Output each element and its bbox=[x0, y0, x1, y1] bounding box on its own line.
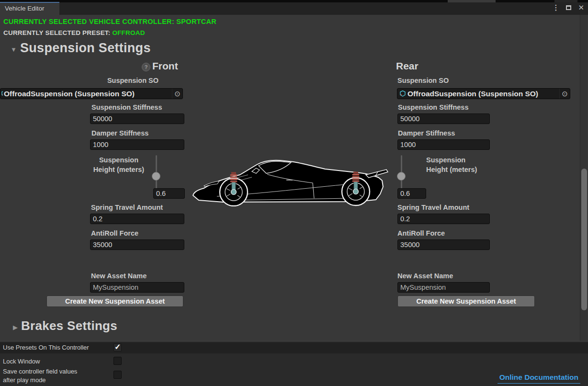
front-height-label: Suspension Height (meters) bbox=[80, 155, 157, 174]
front-suspension-so-field[interactable]: OffroadSuspension (Suspension SO) ⊙ bbox=[0, 88, 183, 99]
vertical-scrollbar[interactable] bbox=[580, 15, 588, 341]
rear-stiffness-input[interactable] bbox=[397, 114, 490, 124]
front-height-slider-handle[interactable] bbox=[152, 172, 160, 181]
front-asset-name-input[interactable] bbox=[90, 282, 184, 293]
front-suspension-so-label: Suspension SO bbox=[81, 77, 184, 84]
rear-height-input[interactable] bbox=[397, 188, 426, 199]
front-stiffness-input[interactable] bbox=[90, 114, 184, 124]
rear-create-asset-button[interactable]: Create New Suspension Asset bbox=[397, 295, 535, 307]
rear-antiroll-input[interactable] bbox=[397, 239, 490, 250]
vehicle-side-view-image bbox=[191, 157, 392, 206]
save-values-label-line2: after play mode bbox=[3, 376, 46, 384]
window-controls: ⋮ ✕ bbox=[552, 4, 584, 11]
selected-preset-value: OFFROAD bbox=[112, 29, 145, 36]
selected-preset-label: CURRENTLY SELECTED PRESET: bbox=[3, 29, 111, 36]
front-height-input[interactable] bbox=[153, 188, 185, 199]
brakes-section-title[interactable]: Brakes Settings bbox=[21, 318, 117, 333]
maximize-icon[interactable] bbox=[566, 5, 571, 10]
front-height-label-line1: Suspension bbox=[99, 156, 138, 164]
front-height-label-line2: Height (meters) bbox=[93, 166, 144, 173]
rear-suspension-so-field[interactable]: OffroadSuspension (Suspension SO) ⊙ bbox=[397, 88, 570, 99]
rear-asset-name-input[interactable] bbox=[397, 282, 490, 293]
suspension-section-title[interactable]: Suspension Settings bbox=[20, 41, 151, 56]
vehicle-editor-window: Vehicle Editor ⋮ ✕ CURRENTLY SELECTED VE… bbox=[0, 0, 588, 386]
object-picker-icon[interactable]: ⊙ bbox=[559, 89, 570, 99]
front-damper-label: Damper Stiffness bbox=[91, 129, 148, 137]
scriptable-object-icon bbox=[0, 90, 3, 97]
selected-controller-status: CURRENTLY SELECTED VEHICLE CONTROLLER: S… bbox=[3, 18, 216, 25]
rear-travel-label: Spring Travel Amount bbox=[397, 204, 469, 211]
help-icon[interactable]: ? bbox=[142, 63, 150, 71]
rear-stiffness-label: Suspension Stiffness bbox=[398, 103, 468, 111]
rear-damper-input[interactable] bbox=[397, 139, 490, 150]
front-travel-label: Spring Travel Amount bbox=[91, 204, 163, 211]
front-column-header: Front bbox=[152, 60, 178, 72]
footer-panel: Use Presets On This Controller ✓ Lock Wi… bbox=[0, 341, 588, 386]
use-presets-checkbox[interactable]: ✓ bbox=[113, 343, 122, 352]
scrollbar-thumb[interactable] bbox=[581, 169, 587, 310]
object-picker-icon[interactable]: ⊙ bbox=[172, 89, 182, 99]
suspension-foldout-icon[interactable]: ▼ bbox=[11, 46, 17, 53]
rear-travel-input[interactable] bbox=[397, 214, 490, 224]
rear-height-label-line2: Height (meters) bbox=[426, 166, 477, 173]
selected-preset-status: CURRENTLY SELECTED PRESET: OFFROAD bbox=[3, 29, 145, 36]
rear-suspension-so-label: Suspension SO bbox=[397, 77, 449, 84]
tab-vehicle-editor[interactable]: Vehicle Editor bbox=[0, 2, 59, 15]
rear-height-slider-handle[interactable] bbox=[397, 172, 406, 181]
scriptable-object-icon bbox=[399, 90, 406, 97]
rear-column-header: Rear bbox=[396, 60, 418, 72]
rear-damper-label: Damper Stiffness bbox=[398, 129, 455, 137]
front-damper-input[interactable] bbox=[90, 139, 184, 150]
front-suspension-so-value: OffroadSuspension (Suspension SO) bbox=[4, 90, 172, 98]
save-values-checkbox[interactable] bbox=[113, 371, 122, 379]
online-documentation-link[interactable]: Online Documentation bbox=[498, 373, 580, 384]
rear-height-label: Suspension Height (meters) bbox=[426, 155, 508, 174]
check-icon: ✓ bbox=[114, 342, 121, 352]
lock-window-checkbox[interactable] bbox=[113, 357, 122, 365]
front-antiroll-input[interactable] bbox=[90, 239, 184, 250]
front-asset-name-label: New Asset Name bbox=[91, 272, 147, 280]
window-menu-icon[interactable]: ⋮ bbox=[552, 4, 559, 11]
front-travel-input[interactable] bbox=[90, 214, 184, 224]
selected-controller-label: CURRENTLY SELECTED VEHICLE CONTROLLER: bbox=[3, 18, 174, 25]
front-stiffness-label: Suspension Stiffness bbox=[91, 103, 162, 111]
close-icon[interactable]: ✕ bbox=[578, 4, 584, 11]
use-presets-label: Use Presets On This Controller bbox=[3, 344, 89, 351]
brakes-foldout-icon[interactable]: ▶ bbox=[13, 324, 18, 331]
front-create-asset-button[interactable]: Create New Suspension Asset bbox=[46, 295, 183, 307]
lock-window-label: Lock Window bbox=[3, 358, 40, 365]
rear-suspension-so-value: OffroadSuspension (Suspension SO) bbox=[407, 90, 559, 98]
save-values-label-line1: Save controller field values bbox=[3, 368, 77, 375]
selected-controller-value: SPORTCAR bbox=[176, 18, 216, 25]
tab-bar bbox=[0, 2, 588, 15]
rear-asset-name-label: New Asset Name bbox=[397, 272, 453, 280]
front-antiroll-label: AntiRoll Force bbox=[91, 229, 138, 237]
rear-height-label-line1: Suspension bbox=[426, 156, 465, 164]
rear-antiroll-label: AntiRoll Force bbox=[397, 229, 445, 237]
